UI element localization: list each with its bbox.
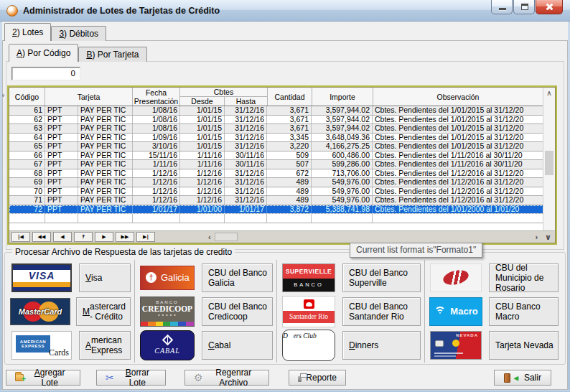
- grid-row[interactable]: 62PPTPAY PER TIC1/08/161/01/1531/12/163,…: [9, 116, 555, 125]
- cabal-logo[interactable]: CABAL: [140, 330, 195, 360]
- banco-credicoop-logo[interactable]: BANCO CREDICOOP ■ ■ ■ ■ ■: [140, 297, 195, 327]
- maximize-button[interactable]: [513, 0, 535, 14]
- grid-cell-importe: 5,388,741.98: [312, 205, 373, 214]
- grid-row[interactable]: 66PPTPAY PER TIC15/11/161/11/1630/11/165…: [9, 151, 555, 161]
- grid-cell-obs: Cbtes. Pendientes del 1/11/2016 al 30/11…: [373, 160, 543, 169]
- grid-cell-cantidad: 672: [267, 169, 312, 178]
- grid-row[interactable]: 65PPTPAY PER TIC3/10/161/01/1531/12/163,…: [9, 142, 555, 151]
- nav-last-button[interactable]: ▶|: [136, 232, 155, 242]
- cbu-credicoop-button[interactable]: CBU del Banco Credicoop: [202, 297, 273, 326]
- grid-row[interactable]: 63PPTPAY PER TIC1/08/161/01/1531/12/163,…: [9, 124, 555, 134]
- mastercard-button[interactable]: Mastercard - Crédito: [76, 297, 131, 326]
- cbu-supervielle-button[interactable]: CBU del Banco Superville: [342, 263, 421, 292]
- grid-row[interactable]: 71PPTPAY PER TIC1/12/161/12/1631/12/1648…: [9, 196, 555, 205]
- vertical-scroll-thumb[interactable]: [545, 151, 553, 175]
- grid-cell-sigla: PPT: [45, 178, 78, 187]
- salir-button[interactable]: ◄ Salir: [494, 370, 551, 386]
- banco-galicia-logo[interactable]: † Galicia: [140, 266, 195, 290]
- window-title: Administrador de Lotes de Tarjetas de Cr…: [23, 6, 220, 16]
- grid-row[interactable]: 67PPTPAY PER TIC1/11/161/11/1630/11/1650…: [9, 160, 555, 169]
- code-filter-input[interactable]: 0: [11, 67, 80, 80]
- cbu-macro-button[interactable]: CBU Banco Macro: [489, 297, 559, 326]
- grid-cell-importe: 3,597,944.02: [312, 116, 373, 124]
- grid-cell-desde: [180, 214, 225, 223]
- grid-row[interactable]: 64PPTPAY PER TIC1/09/161/01/1531/12/163,…: [9, 134, 555, 143]
- grid-empty-row[interactable]: [9, 214, 555, 223]
- tab-por-tarjeta[interactable]: B) Por Tarjeta: [78, 47, 146, 62]
- cbu-santander-button[interactable]: CBU del Banco Santander Rio: [342, 297, 421, 326]
- agregar-lote-button[interactable]: Agregar Lote: [6, 370, 80, 386]
- grid-row[interactable]: 68PPTPAY PER TIC1/12/161/12/1631/12/1667…: [9, 169, 555, 179]
- cabal-button[interactable]: Cabal: [202, 331, 273, 360]
- american-express-button[interactable]: American Express: [79, 331, 131, 360]
- nav-prior-page-button[interactable]: ◀◀: [32, 232, 51, 242]
- col-header-desde[interactable]: Desde: [180, 97, 225, 106]
- banco-macro-logo[interactable]: Macro: [429, 297, 482, 326]
- banco-santander-logo[interactable]: Santander Río: [282, 296, 335, 327]
- col-header-cbtes[interactable]: Cbtes Desde Hasta: [180, 88, 268, 106]
- col-header-hasta[interactable]: Hasta: [225, 97, 267, 106]
- grid-row[interactable]: 70PPTPAY PER TIC1/12/161/12/1631/12/1648…: [9, 187, 555, 197]
- grid-cell-sigla: PPT: [45, 196, 78, 205]
- visa-button[interactable]: Visa: [79, 263, 131, 292]
- grid-cell-importe: 3,597,944.02: [312, 124, 373, 133]
- nav-next-button[interactable]: ▶: [95, 232, 113, 242]
- footer-toolbar: Agregar Lote ✂ Borrar Lote ⚙ Regenrar Ar…: [6, 369, 564, 386]
- grid-cell-cantidad: 3,872: [267, 205, 312, 214]
- minimize-button[interactable]: [491, 0, 513, 14]
- american-express-logo[interactable]: AMERICAN EXPRESS Cards: [11, 331, 72, 360]
- lotes-grid[interactable]: Código Tarjeta Fecha Presentación Cbtes …: [7, 85, 557, 245]
- grid-cell-tarjeta: PAY PER TIC: [78, 160, 133, 169]
- municipio-rosario-logo[interactable]: [430, 263, 482, 292]
- col-header-codigo[interactable]: Código: [9, 88, 45, 106]
- tarjeta-nevada-logo[interactable]: NEVADA: [430, 331, 482, 360]
- nav-help-button[interactable]: ?: [74, 232, 93, 242]
- col-header-importe[interactable]: Importe: [312, 88, 373, 106]
- grid-cell-importe: 549,976.00: [312, 196, 373, 205]
- reporte-button[interactable]: Reporte: [289, 370, 346, 386]
- grid-cell-sigla: PPT: [45, 205, 78, 214]
- grid-cell-sigla: [45, 214, 78, 223]
- grid-cell-hasta: 31/12/16: [225, 142, 267, 151]
- scroll-down-icon[interactable]: ∨: [541, 232, 555, 243]
- col-header-cantidad[interactable]: Cantidad: [268, 88, 312, 106]
- grid-cell-fecha: [133, 214, 180, 223]
- grid-row[interactable]: 69PPTPAY PER TIC1/12/161/12/1631/12/1648…: [9, 178, 555, 187]
- close-button[interactable]: [536, 0, 563, 14]
- borrar-lote-button[interactable]: ✂ Borrar Lote: [96, 370, 166, 386]
- col-header-fecha[interactable]: Fecha Presentación: [133, 88, 180, 106]
- app-icon: [6, 5, 18, 17]
- cbu-rosario-button[interactable]: CBU del Municipio de Rosario: [489, 263, 559, 292]
- scroll-up-icon[interactable]: ∧: [543, 89, 555, 97]
- col-header-tarjeta[interactable]: Tarjeta: [45, 88, 133, 106]
- grid-horizontal-scrollbar[interactable]: ‹ › ∨: [205, 231, 555, 243]
- grid-header: Código Tarjeta Fecha Presentación Cbtes …: [9, 88, 555, 106]
- cbu-galicia-button[interactable]: CBU del Banco Galicia: [202, 263, 273, 292]
- col-header-observacion[interactable]: Observación: [373, 88, 543, 106]
- grid-vertical-scrollbar[interactable]: ∧: [543, 88, 555, 230]
- scroll-left-icon[interactable]: ‹: [205, 232, 215, 243]
- mastercard-logo[interactable]: MasterCard: [10, 298, 70, 325]
- nav-prior-button[interactable]: ◀: [53, 232, 72, 242]
- grid-row[interactable]: 61PPTPAY PER TIC1/08/161/01/1531/12/163,…: [9, 106, 555, 116]
- dinners-button[interactable]: Dinners: [342, 331, 421, 360]
- tab-lotes[interactable]: 2) Lotes: [4, 23, 51, 41]
- tarjeta-nevada-button[interactable]: Tarjeta Nevada: [489, 331, 559, 360]
- visa-logo[interactable]: VISA: [11, 263, 72, 292]
- scroll-right-icon[interactable]: ›: [531, 232, 541, 243]
- regenerar-archivo-button[interactable]: ⚙ Regenrar Archivo: [184, 370, 269, 386]
- nav-next-page-button[interactable]: ▶▶: [116, 232, 134, 242]
- grid-cell-hasta: 31/12/16: [225, 134, 267, 142]
- diners-club-logo[interactable]: Diners Club: [282, 330, 335, 361]
- horizontal-scroll-thumb[interactable]: [215, 233, 238, 241]
- titlebar[interactable]: Administrador de Lotes de Tarjetas de Cr…: [0, 0, 570, 22]
- tab-debitos[interactable]: 3) Débitos: [51, 26, 106, 41]
- tab-por-codigo[interactable]: A) Por Código: [9, 44, 78, 62]
- scissors-icon: ✂: [106, 373, 114, 383]
- grid-cell-hasta: 31/12/16: [225, 169, 267, 178]
- supervielle-pair: SUPERVIELLE BANCO CBU del Banco Supervil…: [281, 261, 421, 294]
- nav-first-button[interactable]: |◀: [11, 232, 30, 242]
- credicoop-pair: BANCO CREDICOOP ■ ■ ■ ■ ■ CBU del Banco …: [139, 295, 273, 327]
- banco-supervielle-logo[interactable]: SUPERVIELLE BANCO: [282, 263, 335, 292]
- grid-row[interactable]: 72PPTPAY PER TIC1/01/171/01/001/01/173,8…: [9, 205, 555, 215]
